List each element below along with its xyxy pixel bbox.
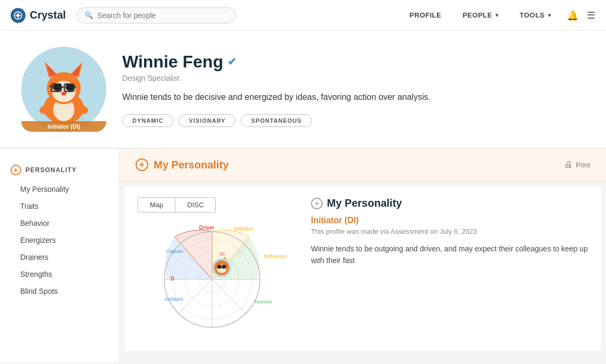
sidebar: PERSONALITY My Personality Traits Behavi… — [0, 149, 120, 362]
sidebar-item-energizers[interactable]: Energizers — [0, 232, 119, 249]
svg-text:Influencer: Influencer — [264, 253, 287, 259]
print-button[interactable]: 🖨 Print — [564, 160, 590, 170]
search-icon: 🔍 — [85, 11, 93, 19]
print-icon: 🖨 — [564, 160, 573, 170]
avatar-circle — [21, 47, 106, 132]
sidebar-personality-header: PERSONALITY — [0, 159, 119, 181]
nav-links: PROFILE PEOPLE ▾ TOOLS ▾ — [409, 11, 551, 19]
info-circle-icon — [311, 198, 323, 209]
chevron-down-icon: ▾ — [495, 12, 499, 18]
traits-badges: DYNAMIC VISIONARY SPONTANEOUS — [122, 114, 585, 127]
disc-tab[interactable]: DISC — [175, 197, 216, 213]
nav-profile[interactable]: PROFILE — [409, 11, 441, 19]
content-header: My Personality 🖨 Print — [120, 149, 606, 181]
map-disc-tabs: Map DISC — [138, 197, 292, 213]
app-header: Crystal 🔍 PROFILE PEOPLE ▾ TOOLS ▾ 🔔 ☰ — [0, 0, 606, 31]
disc-type-label: Initiator (DI) — [21, 121, 106, 132]
trait-badge-dynamic: DYNAMIC — [122, 114, 173, 127]
sidebar-item-drainers[interactable]: Drainers — [0, 249, 119, 266]
header-icons: 🔔 ☰ — [567, 10, 595, 21]
sidebar-item-strengths[interactable]: Strengths — [0, 266, 119, 283]
personality-info-panel: My Personality Initiator (DI) This profi… — [302, 197, 588, 340]
bell-icon[interactable]: 🔔 — [567, 10, 578, 21]
logo-text: Crystal — [30, 9, 66, 21]
avatar-container: Initiator (DI) — [21, 47, 106, 132]
profile-bio: Winnie tends to be decisive and energize… — [122, 91, 484, 104]
trait-badge-spontaneous: SPONTANEOUS — [241, 114, 312, 127]
trait-badge-visionary: VISIONARY — [179, 114, 235, 127]
nav-tools[interactable]: TOOLS ▾ — [519, 11, 551, 19]
sidebar-item-blind-spots[interactable]: Blind Spots — [0, 283, 119, 300]
avatar-illustration — [21, 47, 106, 132]
nav-people[interactable]: PEOPLE ▾ — [462, 11, 498, 19]
sidebar-item-traits[interactable]: Traits — [0, 198, 119, 215]
svg-text:Driver: Driver — [199, 225, 215, 231]
logo-area: Crystal — [11, 8, 66, 23]
svg-text:Nurturer: Nurturer — [255, 299, 272, 304]
svg-text:Captain: Captain — [166, 249, 183, 254]
map-tab[interactable]: Map — [138, 197, 175, 213]
main-content: PERSONALITY My Personality Traits Behavi… — [0, 149, 606, 362]
assessment-date: This profile was made via Assessment on … — [311, 227, 588, 235]
search-input[interactable] — [97, 11, 214, 20]
content-header-title: My Personality — [136, 158, 229, 171]
sidebar-item-behavior[interactable]: Behavior — [0, 215, 119, 232]
sidebar-item-my-personality[interactable]: My Personality — [0, 181, 119, 198]
search-box[interactable]: 🔍 — [77, 7, 236, 23]
svg-text:Di: Di — [220, 251, 225, 257]
content-area: My Personality 🖨 Print Map DISC — [120, 149, 606, 362]
profile-title: Design Specialist — [122, 74, 585, 82]
personality-info-title: My Personality — [311, 197, 588, 209]
content-header-icon — [136, 158, 148, 171]
logo-icon — [11, 8, 26, 23]
map-disc-area: Map DISC — [138, 197, 292, 340]
hamburger-menu-icon[interactable]: ☰ — [587, 10, 595, 21]
chevron-down-icon: ▾ — [548, 12, 551, 18]
personality-circle-icon — [11, 165, 21, 175]
content-body: Map DISC — [125, 187, 601, 351]
profile-info: Winnie Feng ✔ Design Specialist Winnie t… — [122, 52, 585, 127]
profile-name: Winnie Feng ✔ — [122, 52, 585, 72]
personality-wheel: Driver Initiator Influencer Di Id Captai… — [138, 221, 287, 338]
initiator-type-label: Initiator (DI) — [311, 216, 588, 225]
svg-text:D: D — [171, 276, 174, 282]
profile-section: Initiator (DI) Winnie Feng ✔ Design Spec… — [0, 31, 606, 149]
verified-icon: ✔ — [228, 55, 237, 68]
svg-point-20 — [61, 92, 66, 96]
svg-text:Initiator: Initiator — [234, 226, 254, 232]
svg-text:Architect: Architect — [164, 297, 183, 302]
personality-description: Winnie tends to be outgoing and driven, … — [311, 243, 588, 267]
